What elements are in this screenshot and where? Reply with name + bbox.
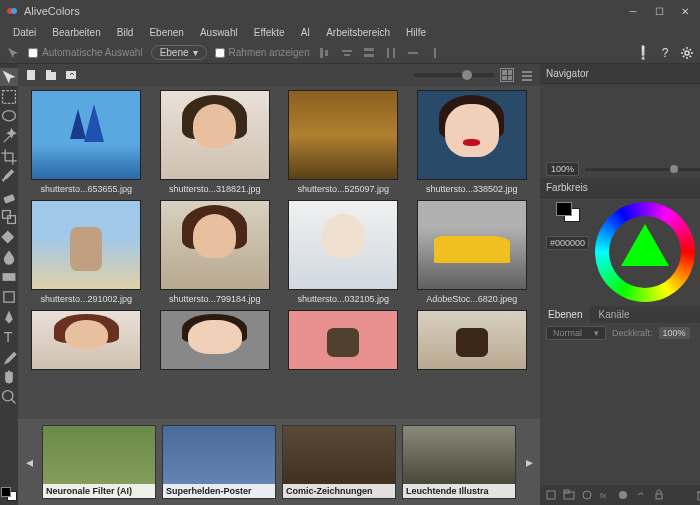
lock-icon[interactable]	[652, 488, 666, 502]
thumbnail[interactable]: shuttersto...032105.jpg	[283, 200, 404, 304]
new-layer-icon[interactable]	[544, 488, 558, 502]
preset-next-button[interactable]: ▸	[522, 432, 536, 492]
eraser-tool[interactable]	[0, 188, 18, 206]
settings-icon[interactable]	[680, 46, 694, 60]
zoom-value[interactable]: 100%	[546, 162, 579, 176]
clone-tool[interactable]	[0, 208, 18, 226]
menu-ebenen[interactable]: Ebenen	[142, 25, 190, 40]
delete-layer-icon[interactable]	[694, 488, 700, 502]
thumbnail[interactable]	[283, 310, 404, 370]
menu-ai[interactable]: AI	[294, 25, 317, 40]
align-icon-1[interactable]	[318, 46, 332, 60]
move-tool-icon[interactable]	[6, 46, 20, 60]
menu-arbeitsbereich[interactable]: Arbeitsbereich	[319, 25, 397, 40]
svg-rect-25	[66, 71, 76, 79]
thumbnail[interactable]: shuttersto...653655.jpg	[26, 90, 147, 194]
fx-icon[interactable]: fx	[598, 488, 612, 502]
thumbnail[interactable]: shuttersto...318821.jpg	[155, 90, 276, 194]
thumbnail[interactable]: shuttersto...291002.jpg	[26, 200, 147, 304]
thumb-size-slider[interactable]	[414, 73, 494, 77]
fill-tool[interactable]	[0, 228, 18, 246]
svg-rect-11	[434, 48, 436, 58]
menu-effekte[interactable]: Effekte	[247, 25, 292, 40]
move-tool[interactable]	[0, 68, 18, 86]
notifications-icon[interactable]: ❕	[636, 46, 650, 60]
thumbnail[interactable]	[412, 310, 533, 370]
color-swatch[interactable]	[1, 487, 17, 501]
browse-icon[interactable]	[64, 68, 78, 82]
shape-tool[interactable]	[0, 288, 18, 306]
selection-tool[interactable]	[0, 88, 18, 106]
blend-mode-select[interactable]: Normal▾	[546, 326, 606, 340]
link-icon[interactable]	[634, 488, 648, 502]
open-doc-icon[interactable]	[44, 68, 58, 82]
thumbnail[interactable]: shuttersto...525097.jpg	[283, 90, 404, 194]
align-icon-4[interactable]	[384, 46, 398, 60]
menu-hilfe[interactable]: Hilfe	[399, 25, 433, 40]
preset-item[interactable]: Superhelden-Poster	[162, 425, 276, 499]
layer-target-select[interactable]: Ebene▾	[151, 45, 207, 60]
text-tool[interactable]: T	[0, 328, 18, 346]
show-frame-checkbox[interactable]: Rahmen anzeigen	[215, 47, 310, 58]
align-icon-3[interactable]	[362, 46, 376, 60]
list-view-button[interactable]	[520, 68, 534, 82]
preset-item[interactable]: Neuronale Filter (AI)	[42, 425, 156, 499]
maximize-button[interactable]: ☐	[650, 2, 668, 20]
layers-panel: Ebenen Kanäle Normal▾ Deckkraft: 100% fx	[540, 306, 700, 505]
blur-tool[interactable]	[0, 248, 18, 266]
minimize-button[interactable]: ─	[624, 2, 642, 20]
grid-view-button[interactable]	[500, 68, 514, 82]
navigator-header: Navigator ▾	[540, 64, 700, 84]
pen-tool[interactable]	[0, 308, 18, 326]
preset-item[interactable]: Leuchtende Illustra	[402, 425, 516, 499]
fg-bg-swatch[interactable]	[556, 202, 580, 222]
thumbnail[interactable]	[26, 310, 147, 370]
tab-channels[interactable]: Kanäle	[590, 306, 637, 323]
svg-point-32	[583, 491, 591, 499]
menu-auswahl[interactable]: Auswahl	[193, 25, 245, 40]
svg-rect-7	[364, 54, 374, 57]
eyedropper-tool[interactable]	[0, 348, 18, 366]
align-icon-5[interactable]	[406, 46, 420, 60]
thumbnail[interactable]: shuttersto...338502.jpg	[412, 90, 533, 194]
thumb-label: shuttersto...653655.jpg	[40, 184, 132, 194]
align-icon-2[interactable]	[340, 46, 354, 60]
close-button[interactable]: ✕	[676, 2, 694, 20]
svg-rect-27	[522, 75, 532, 77]
thumbnail[interactable]: shuttersto...799184.jpg	[155, 200, 276, 304]
menu-bearbeiten[interactable]: Bearbeiten	[45, 25, 107, 40]
thumbnail[interactable]: AdobeStoc...6820.jpeg	[412, 200, 533, 304]
main-area: T shuttersto...653655.jpg shuttersto...3…	[0, 64, 700, 505]
mask-icon[interactable]	[580, 488, 594, 502]
tab-layers[interactable]: Ebenen	[540, 306, 590, 323]
thumbnail[interactable]	[155, 310, 276, 370]
align-icon-6[interactable]	[428, 46, 442, 60]
hex-value[interactable]: #000000	[546, 236, 589, 250]
opacity-value[interactable]: 100%	[659, 327, 690, 339]
zoom-tool[interactable]	[0, 388, 18, 406]
navigator-title: Navigator	[546, 68, 589, 79]
preset-item[interactable]: Comic-Zeichnungen	[282, 425, 396, 499]
adjust-icon[interactable]	[616, 488, 630, 502]
zoom-slider[interactable]	[585, 168, 700, 171]
svg-rect-8	[387, 48, 389, 58]
wand-tool[interactable]	[0, 128, 18, 146]
new-group-icon[interactable]	[562, 488, 576, 502]
svg-point-14	[3, 111, 16, 121]
help-icon[interactable]: ?	[658, 46, 672, 60]
title-bar: AliveColors ─ ☐ ✕	[0, 0, 700, 22]
new-doc-icon[interactable]	[24, 68, 38, 82]
svg-rect-24	[46, 70, 51, 73]
menu-datei[interactable]: Datei	[6, 25, 43, 40]
color-wheel[interactable]	[595, 202, 695, 302]
hand-tool[interactable]	[0, 368, 18, 386]
brush-tool[interactable]	[0, 168, 18, 186]
lasso-tool[interactable]	[0, 108, 18, 126]
gradient-tool[interactable]	[0, 268, 18, 286]
crop-tool[interactable]	[0, 148, 18, 166]
color-panel: #000000	[540, 198, 700, 306]
thumb-label: shuttersto...799184.jpg	[169, 294, 261, 304]
auto-select-checkbox[interactable]: Automatische Auswahl	[28, 47, 143, 58]
preset-prev-button[interactable]: ◂	[22, 432, 36, 492]
menu-bild[interactable]: Bild	[110, 25, 141, 40]
